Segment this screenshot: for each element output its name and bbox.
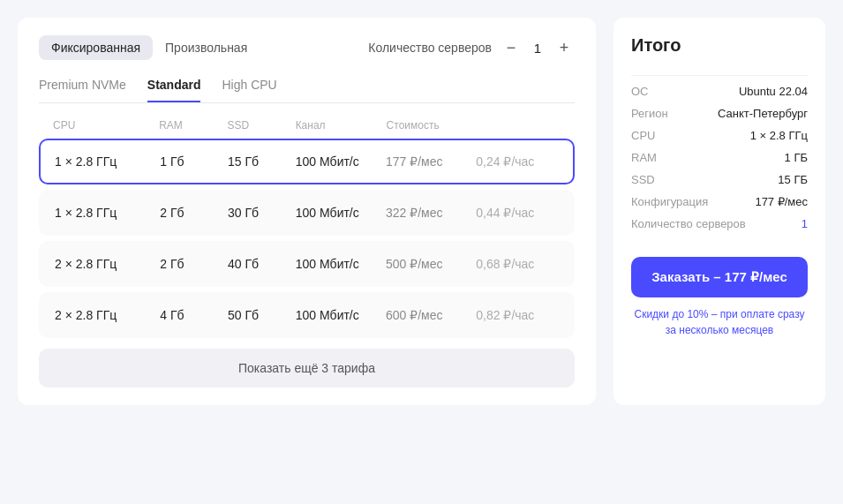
summary-value-cpu: 1 × 2.8 ГГц bbox=[750, 129, 808, 142]
header-ram: RAM bbox=[159, 119, 227, 132]
summary-label-config: Конфигурация bbox=[631, 195, 708, 208]
plan-4-ram: 4 Гб bbox=[160, 308, 228, 322]
header-price: Стоимость bbox=[387, 119, 478, 132]
right-panel: Итого ОС Ubuntu 22.04 Регион Санкт-Петер… bbox=[613, 18, 825, 405]
header-channel: Канал bbox=[296, 119, 387, 132]
summary-label-ssd: SSD bbox=[631, 173, 655, 186]
plan-1-price: 177 ₽/мес bbox=[386, 154, 476, 169]
summary-value-count: 1 bbox=[802, 217, 808, 230]
summary-row-cpu: CPU 1 × 2.8 ГГц bbox=[631, 129, 808, 142]
server-count-plus[interactable]: + bbox=[553, 37, 575, 58]
plan-1-ssd: 15 Гб bbox=[228, 154, 296, 169]
server-count-value: 1 bbox=[531, 41, 545, 56]
plan-4-price: 600 ₽/мес bbox=[386, 308, 476, 322]
summary-value-ram: 1 ГБ bbox=[785, 151, 808, 164]
summary-label-cpu: CPU bbox=[631, 129, 655, 142]
summary-label-count: Количество серверов bbox=[631, 217, 746, 230]
plan-4-hourly: 0,82 ₽/час bbox=[476, 308, 559, 322]
main-container: Фиксированная Произвольная Количество се… bbox=[18, 18, 825, 405]
top-row: Фиксированная Произвольная Количество се… bbox=[39, 35, 575, 60]
summary-row-ram: RAM 1 ГБ bbox=[631, 151, 808, 164]
plan-1-ram: 1 Гб bbox=[160, 154, 228, 169]
summary-divider bbox=[631, 75, 808, 76]
show-more-button[interactable]: Показать ещё 3 тарифа bbox=[39, 349, 575, 387]
plan-2-price: 322 ₽/мес bbox=[386, 206, 476, 220]
plan-3-channel: 100 Мбит/с bbox=[296, 257, 386, 271]
plan-row-3[interactable]: 2 × 2.8 ГГц 2 Гб 40 Гб 100 Мбит/с 500 ₽/… bbox=[39, 241, 575, 287]
summary-label-os: ОС bbox=[631, 85, 649, 98]
left-panel: Фиксированная Произвольная Количество се… bbox=[18, 18, 596, 405]
plan-3-ssd: 40 Гб bbox=[228, 257, 296, 271]
plan-2-ssd: 30 Гб bbox=[228, 206, 296, 220]
summary-value-ssd: 15 ГБ bbox=[778, 173, 808, 186]
table-header: CPU RAM SSD Канал Стоимость bbox=[39, 119, 575, 139]
summary-row-count: Количество серверов 1 bbox=[631, 217, 808, 230]
plan-row-4[interactable]: 2 × 2.8 ГГц 4 Гб 50 Гб 100 Мбит/с 600 ₽/… bbox=[39, 292, 575, 338]
summary-label-region: Регион bbox=[631, 107, 668, 120]
plan-4-channel: 100 Мбит/с bbox=[296, 308, 386, 322]
summary-row-region: Регион Санкт-Петербург bbox=[631, 107, 808, 120]
plan-4-cpu: 2 × 2.8 ГГц bbox=[55, 308, 160, 322]
tab-fixed[interactable]: Фиксированная bbox=[39, 35, 153, 60]
plan-2-cpu: 1 × 2.8 ГГц bbox=[55, 206, 160, 220]
tab-standard[interactable]: Standard bbox=[147, 78, 201, 102]
tab-custom[interactable]: Произвольная bbox=[153, 35, 260, 60]
plan-3-ram: 2 Гб bbox=[160, 257, 228, 271]
plan-4-ssd: 50 Гб bbox=[228, 308, 296, 322]
discount-note: Скидки до 10% – при оплате сразу за неск… bbox=[631, 306, 808, 338]
header-hourly bbox=[478, 119, 561, 132]
plan-2-ram: 2 Гб bbox=[160, 206, 228, 220]
category-tabs: Premium NVMe Standard High CPU bbox=[39, 78, 575, 103]
plan-1-hourly: 0,24 ₽/час bbox=[476, 154, 559, 169]
server-count-minus[interactable]: − bbox=[501, 37, 522, 58]
summary-row-config: Конфигурация 177 ₽/мес bbox=[631, 195, 808, 208]
summary-value-config: 177 ₽/мес bbox=[755, 195, 808, 208]
plan-row-1[interactable]: 1 × 2.8 ГГц 1 Гб 15 Гб 100 Мбит/с 177 ₽/… bbox=[39, 139, 575, 184]
summary-title: Итого bbox=[631, 35, 808, 56]
summary-label-ram: RAM bbox=[631, 151, 657, 164]
plan-3-hourly: 0,68 ₽/час bbox=[476, 257, 559, 271]
plan-2-channel: 100 Мбит/с bbox=[296, 206, 386, 220]
tab-premium-nvme[interactable]: Premium NVMe bbox=[39, 78, 126, 102]
server-count-control: Количество серверов − 1 + bbox=[368, 37, 575, 58]
summary-value-region: Санкт-Петербург bbox=[718, 107, 808, 120]
plan-3-price: 500 ₽/мес bbox=[386, 257, 476, 271]
plan-1-cpu: 1 × 2.8 ГГц bbox=[55, 154, 160, 169]
plan-1-channel: 100 Мбит/с bbox=[296, 154, 386, 169]
header-ssd: SSD bbox=[227, 119, 295, 132]
header-cpu: CPU bbox=[53, 119, 159, 132]
server-count-label: Количество серверов bbox=[368, 41, 492, 55]
plan-row-2[interactable]: 1 × 2.8 ГГц 2 Гб 30 Гб 100 Мбит/с 322 ₽/… bbox=[39, 190, 575, 236]
plan-2-hourly: 0,44 ₽/час bbox=[476, 206, 559, 220]
summary-row-os: ОС Ubuntu 22.04 bbox=[631, 85, 808, 98]
order-button[interactable]: Заказать – 177 ₽/мес bbox=[631, 257, 808, 297]
tab-high-cpu[interactable]: High CPU bbox=[222, 78, 276, 102]
plan-3-cpu: 2 × 2.8 ГГц bbox=[55, 257, 160, 271]
discount-note-accent: несколько месяцев bbox=[679, 324, 773, 336]
summary-value-os: Ubuntu 22.04 bbox=[739, 85, 808, 98]
plan-tabs: Фиксированная Произвольная bbox=[39, 35, 260, 60]
summary-row-ssd: SSD 15 ГБ bbox=[631, 173, 808, 186]
